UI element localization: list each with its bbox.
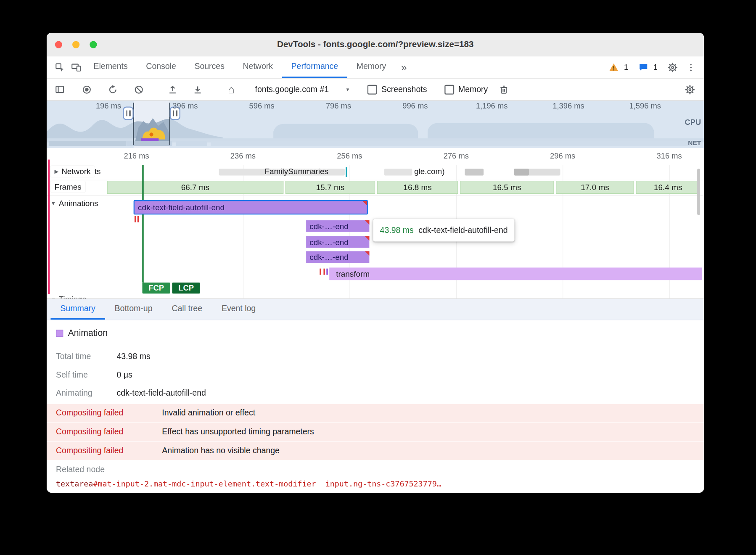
compositing-warning-row: Compositing failed Effect has unsupporte… [47, 423, 704, 442]
compositing-failed-label: Compositing failed [56, 408, 162, 418]
compositing-failure-tick [135, 216, 136, 222]
tab-summary[interactable]: Summary [50, 299, 105, 320]
animation-bar[interactable]: cdk-…-end [306, 220, 369, 232]
related-node-label: Related node [56, 465, 105, 474]
animation-bar[interactable]: cdk-…-end [306, 236, 369, 248]
frame-segment[interactable]: 17.0 ms [556, 181, 634, 194]
compositing-failed-reason: Effect has unsupported timing parameters [162, 427, 314, 437]
frames-track-header[interactable]: Frames [50, 181, 85, 192]
overview-time-label: 1,596 ms [629, 102, 661, 111]
node-selector: #mat-input-2.mat-mdc-input-element.text-… [93, 479, 441, 489]
close-button[interactable] [55, 41, 62, 48]
tab-performance[interactable]: Performance [282, 56, 347, 78]
fcp-label: FCP [148, 284, 164, 293]
issues-message-icon[interactable] [635, 59, 651, 75]
animation-bar[interactable]: cdk-…-end [306, 251, 369, 263]
memory-label[interactable]: Memory [458, 85, 488, 94]
cpu-lane-label: CPU [685, 118, 701, 127]
tab-elements[interactable]: Elements [85, 56, 137, 78]
animation-bar-label: transform [329, 269, 370, 278]
overview-time-label: 396 ms [172, 102, 198, 111]
flame-chart[interactable]: ts FamilySummaries gle.com) ▶ Network 66… [47, 165, 704, 299]
ruler-time-label: 296 ms [550, 152, 575, 161]
network-request-label: FamilySummaries [265, 167, 328, 176]
network-marker-tick [346, 167, 347, 177]
animation-bar-label: cdk-…-end [306, 238, 349, 247]
minimize-button[interactable] [72, 41, 79, 48]
load-profile-icon[interactable] [164, 81, 181, 98]
frame-segment[interactable]: 16.4 ms [636, 181, 700, 194]
network-track-header[interactable]: ▶ Network [50, 166, 94, 177]
timeline-ruler: 216 ms 236 ms 256 ms 276 ms 296 ms 316 m… [47, 148, 704, 165]
devtools-tabbar: Elements Console Sources Network Perform… [47, 56, 704, 79]
animations-track-header[interactable]: ▼ Animations [50, 198, 98, 208]
inspect-element-icon[interactable] [52, 59, 68, 75]
lcp-badge[interactable]: LCP [172, 283, 200, 293]
warning-corner-icon [365, 251, 369, 255]
capture-settings-gear-icon[interactable] [682, 81, 698, 98]
tab-call-tree[interactable]: Call tree [162, 299, 211, 320]
history-caret-icon[interactable]: ▼ [345, 87, 350, 92]
details-tabbar: Summary Bottom-up Call tree Event log [47, 299, 704, 320]
timeline-overview[interactable]: 196 ms 396 ms 596 ms 796 ms 996 ms 1,196… [47, 101, 704, 149]
tooltip-name: cdk-text-field-autofill-end [418, 225, 508, 235]
history-dropdown[interactable]: fonts.google.com #1 [255, 85, 329, 94]
network-request-bar[interactable] [465, 169, 484, 175]
frame-duration: 16.5 ms [493, 183, 521, 192]
fcp-badge[interactable]: FCP [142, 283, 170, 293]
warning-icon[interactable] [605, 59, 622, 75]
overview-time-label: 1,196 ms [476, 102, 508, 111]
track-highlight-stripe [48, 160, 50, 294]
more-panels-chevron-icon[interactable]: » [395, 61, 413, 74]
clear-icon[interactable] [131, 81, 147, 98]
frame-segment[interactable]: 16.5 ms [460, 181, 554, 194]
tab-bottom-up[interactable]: Bottom-up [105, 299, 162, 320]
animation-bar-label: cdk-text-field-autofill-end [135, 203, 225, 212]
animating-value: cdk-text-field-autofill-end [116, 388, 206, 398]
selection-left-handle[interactable] [123, 106, 133, 120]
related-node-link[interactable]: textarea#mat-input-2.mat-mdc-input-eleme… [56, 479, 441, 489]
frame-segment[interactable]: 16.8 ms [377, 181, 458, 194]
compositing-failure-tick [320, 269, 321, 275]
tab-memory[interactable]: Memory [347, 56, 395, 78]
kebab-menu-icon[interactable] [683, 59, 699, 75]
total-time-value: 43.98 ms [116, 352, 150, 362]
collect-garbage-icon[interactable] [496, 81, 512, 98]
record-icon[interactable] [79, 81, 95, 98]
screenshots-label[interactable]: Screenshots [381, 85, 427, 94]
tab-console[interactable]: Console [137, 56, 185, 78]
network-request-bar[interactable] [514, 169, 529, 175]
overview-time-label: 1,396 ms [552, 102, 584, 111]
tab-sources[interactable]: Sources [185, 56, 234, 78]
reload-and-record-icon[interactable] [105, 81, 121, 98]
vertical-scrollbar[interactable] [697, 169, 700, 215]
settings-gear-icon[interactable] [664, 59, 681, 75]
compositing-failed-reason: Invalid animation or effect [162, 408, 255, 418]
frame-duration: 66.7 ms [181, 183, 209, 192]
zoom-button[interactable] [90, 41, 97, 48]
screenshots-checkbox[interactable] [367, 85, 377, 94]
tab-event-log[interactable]: Event log [212, 299, 265, 320]
ruler-time-label: 216 ms [124, 152, 149, 161]
toggle-sidebar-icon[interactable] [52, 81, 68, 98]
self-time-label: Self time [56, 370, 88, 380]
overview-time-label: 596 ms [249, 102, 275, 111]
frame-segment[interactable]: 66.7 ms [107, 181, 284, 194]
animation-bar-selected[interactable]: cdk-text-field-autofill-end [134, 200, 368, 214]
animations-track-label: Animations [59, 198, 98, 208]
compositing-failed-label: Compositing failed [56, 427, 162, 437]
animating-label: Animating [56, 388, 93, 398]
timings-track-header[interactable]: ▼ Timings [50, 295, 86, 299]
collapse-triangle-icon: ▶ [55, 168, 59, 174]
network-request-bar[interactable] [384, 169, 412, 175]
transform-animation-bar[interactable]: transform [329, 267, 702, 280]
frame-segment[interactable]: 15.7 ms [285, 181, 375, 194]
home-icon[interactable]: ⌂ [223, 81, 240, 98]
tab-network[interactable]: Network [234, 56, 282, 78]
device-toolbar-icon[interactable] [68, 59, 85, 75]
frame-duration: 17.0 ms [581, 183, 609, 192]
details-pane: Summary Bottom-up Call tree Event log An… [47, 299, 704, 493]
memory-checkbox[interactable] [444, 85, 454, 94]
save-profile-icon[interactable] [190, 81, 206, 98]
timings-track-label: Timings [59, 295, 87, 299]
